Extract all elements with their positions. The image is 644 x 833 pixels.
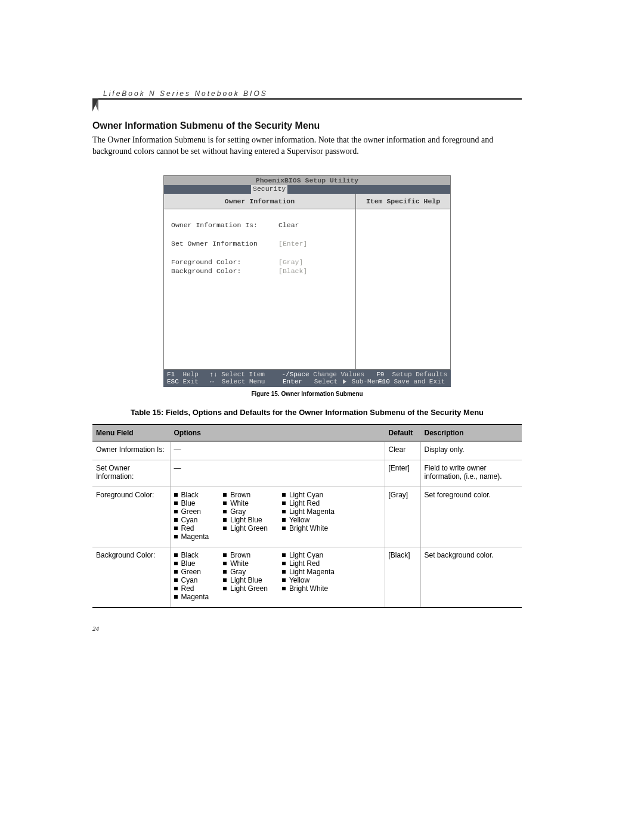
bios-screenshot: PhoenixBIOS Setup Utility Security Owner…: [163, 175, 451, 387]
bullet-icon: [223, 518, 227, 522]
bullet-icon: [223, 578, 227, 582]
bullet-icon: [174, 535, 178, 538]
key-f10: F10: [378, 378, 390, 385]
bios-field-value: [Black]: [278, 267, 307, 275]
option-item: Light Green: [223, 584, 268, 593]
label-select-item: Select Item: [221, 371, 265, 378]
intro-paragraph: The Owner Information Submenu is for set…: [92, 135, 522, 157]
option-item: Bright White: [282, 584, 335, 593]
bios-field-label: Foreground Color:: [171, 258, 278, 266]
cell-description: Set background color.: [420, 547, 522, 608]
key-leftright: ↔: [210, 378, 214, 385]
bios-title: PhoenixBIOS Setup Utility: [163, 175, 451, 185]
cell-menu-field: Foreground Color:: [92, 487, 170, 547]
bios-field-label: Owner Information Is:: [171, 221, 278, 229]
bullet-icon: [223, 570, 227, 574]
option-item: Light Green: [223, 524, 268, 532]
key-esc: ESC: [167, 378, 179, 385]
table-row: Owner Information Is:—ClearDisplay only.: [92, 441, 522, 460]
bios-left-panel: Owner Information Owner Information Is:C…: [164, 194, 356, 369]
bios-field-value: Clear: [278, 221, 299, 229]
bios-footer: F1 Help ↑↓ Select Item -/Space Change Va…: [163, 370, 451, 387]
option-item: Green: [174, 568, 209, 576]
bullet-icon: [282, 493, 286, 497]
bullet-icon: [282, 578, 286, 582]
bios-field-row: Owner Information Is:Clear: [171, 221, 348, 229]
bios-fields: Owner Information Is:ClearSet Owner Info…: [164, 209, 355, 369]
bullet-icon: [174, 578, 178, 582]
bullet-icon: [223, 501, 227, 505]
cell-description: Set foreground color.: [420, 487, 522, 547]
label-setup-defaults: Setup Defaults: [392, 371, 447, 378]
bullet-icon: [223, 527, 227, 530]
bullet-icon: [174, 501, 178, 505]
key-enter: Enter: [283, 378, 302, 385]
option-item: Yellow: [282, 576, 335, 584]
cell-description: Field to write owner information, (i.e.,…: [420, 460, 522, 487]
option-item: Black: [174, 551, 209, 559]
option-item: Yellow: [282, 516, 335, 524]
option-item: Black: [174, 491, 209, 499]
figure-caption: Figure 15. Owner Information Submenu: [92, 391, 522, 397]
key-f1: F1: [167, 371, 175, 378]
label-help: Help: [182, 371, 198, 378]
key-updown: ↑↓: [209, 371, 217, 378]
cell-options: —: [170, 441, 385, 460]
bullet-icon: [223, 493, 227, 497]
th-options: Options: [170, 425, 385, 441]
triangle-right-icon: [343, 379, 346, 384]
option-item: Gray: [223, 507, 268, 516]
th-menu-field: Menu Field: [92, 425, 170, 441]
cell-options: —: [170, 460, 385, 487]
bullet-icon: [282, 562, 286, 565]
cell-default: [Enter]: [385, 460, 420, 487]
option-item: White: [223, 499, 268, 507]
option-item: Magenta: [174, 593, 209, 601]
bullet-icon: [282, 501, 286, 505]
bullet-icon: [223, 562, 227, 565]
bullet-icon: [174, 595, 178, 599]
cell-menu-field: Owner Information Is:: [92, 441, 170, 460]
bullet-icon: [174, 493, 178, 497]
option-item: Brown: [223, 551, 268, 559]
option-item: Light Blue: [223, 516, 268, 524]
bullet-icon: [174, 587, 178, 590]
label-select: Select: [314, 378, 338, 385]
bios-field-label: Background Color:: [171, 267, 278, 275]
bullet-icon: [223, 587, 227, 590]
fields-table: Menu Field Options Default Description O…: [92, 424, 522, 608]
corner-flag-icon: [92, 98, 98, 112]
bios-left-title: Owner Information: [164, 194, 355, 209]
bullet-icon: [282, 527, 286, 530]
bullet-icon: [174, 562, 178, 565]
cell-default: [Black]: [385, 547, 420, 608]
option-item: Blue: [174, 499, 209, 507]
bios-right-title: Item Specific Help: [356, 194, 450, 209]
option-item: Light Magenta: [282, 568, 335, 576]
page: LifeBook N Series Notebook BIOS Owner In…: [92, 98, 522, 668]
top-rule: [92, 98, 522, 100]
option-item: Red: [174, 584, 209, 593]
table-row: Foreground Color:BlackBlueGreenCyanRedMa…: [92, 487, 522, 547]
bullet-icon: [223, 553, 227, 557]
bios-field-label: Set Owner Information: [171, 240, 278, 247]
page-number: 24: [92, 625, 522, 632]
bios-body: Owner Information Owner Information Is:C…: [163, 194, 451, 370]
bullet-icon: [174, 518, 178, 522]
cell-options: BlackBlueGreenCyanRedMagentaBrownWhiteGr…: [170, 487, 385, 547]
option-item: Gray: [223, 568, 268, 576]
table-row: Background Color:BlackBlueGreenCyanRedMa…: [92, 547, 522, 608]
bios-field-row: Set Owner Information[Enter]: [171, 240, 348, 247]
bios-field-value: [Gray]: [278, 258, 303, 266]
running-header: LifeBook N Series Notebook BIOS: [103, 89, 522, 98]
label-select-menu: Select Menu: [222, 378, 265, 385]
bullet-icon: [223, 510, 227, 513]
cell-menu-field: Background Color:: [92, 547, 170, 608]
bios-field-value: [Enter]: [278, 240, 307, 247]
option-item: Light Magenta: [282, 507, 335, 516]
option-item: Magenta: [174, 532, 209, 541]
th-description: Description: [420, 425, 522, 441]
label-save-exit: Save and Exit: [394, 378, 445, 385]
bullet-icon: [174, 527, 178, 530]
bullet-icon: [282, 510, 286, 513]
